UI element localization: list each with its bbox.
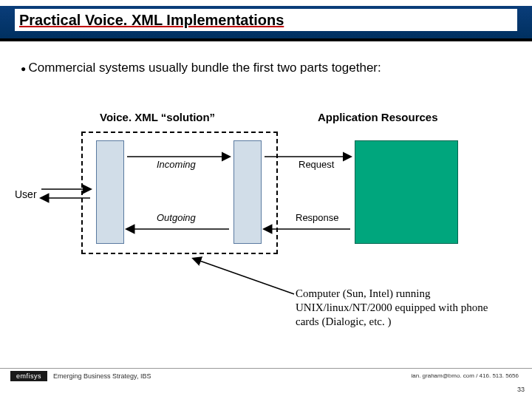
- slide-header: Practical Voice. XML Implementations: [0, 6, 532, 41]
- label-incoming: Incoming: [157, 159, 196, 170]
- footer-left-text: Emerging Business Strategy, IBS: [53, 372, 151, 380]
- bullet-main: Commercial systems usually bundle the fi…: [21, 61, 381, 75]
- label-request: Request: [299, 159, 334, 170]
- svg-line-6: [194, 259, 294, 294]
- component-box-right: [233, 140, 262, 244]
- label-response: Response: [296, 212, 339, 223]
- footer-right-text: ian. graham@bmo. com / 416. 513. 5656: [411, 372, 519, 379]
- label-user: User: [15, 188, 37, 200]
- application-resources-box: [355, 140, 458, 244]
- caption-computer: Computer (Sun, Intel) running UNIX/linux…: [296, 287, 502, 328]
- label-voicexml-solution: Voice. XML “solution”: [100, 111, 215, 123]
- slide-number: 33: [517, 386, 525, 393]
- component-box-left: [96, 140, 124, 244]
- footer-divider: [0, 368, 532, 369]
- label-outgoing: Outgoing: [157, 212, 196, 223]
- slide-title: Practical Voice. XML Implementations: [15, 9, 517, 31]
- logo-emfisys: emfisys: [10, 371, 47, 381]
- label-application-resources: Application Resources: [318, 111, 438, 123]
